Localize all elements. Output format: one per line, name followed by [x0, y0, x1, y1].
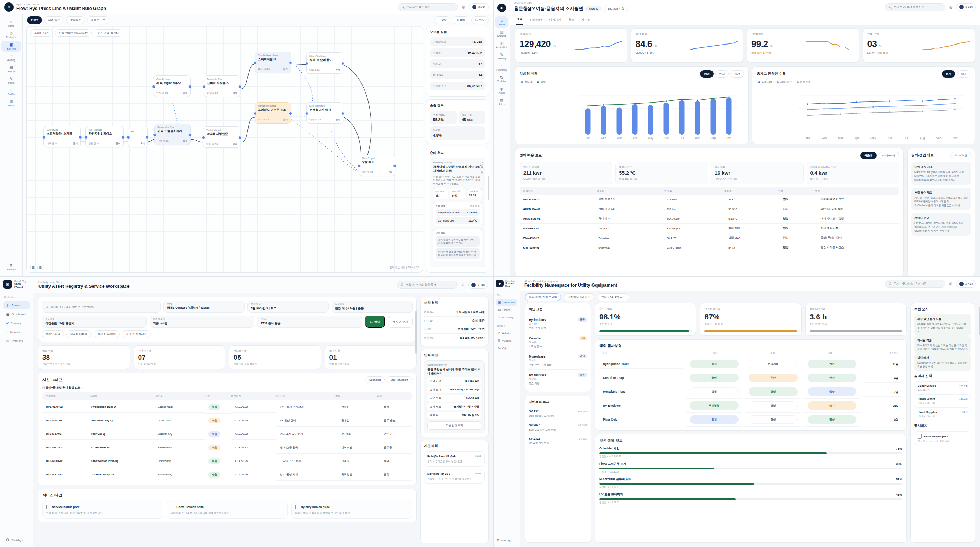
flow-node[interactable]: Datiroe in Rine 산획제 뉴쳐쁨 A 14딩 D ioaB체 [204, 75, 240, 97]
canvas-filter-chip[interactable]: 먄시 겅회 헝겅즁 [94, 29, 123, 37]
search-input[interactable] [885, 280, 945, 288]
vehicle-item[interactable]: Coonffer-08 00·44 tr 셔i1 언 뮸스 [529, 333, 587, 351]
sidebar-item[interactable]: ◔ Alornng [2, 52, 21, 64]
sidebar-item[interactable]: ⧉ Pixhams [496, 337, 517, 344]
zoom-out-button[interactable]: ⊟ [37, 265, 43, 270]
filter-chip[interactable]: 딤즌퇀 돵머격 [66, 331, 92, 338]
sidebar-item[interactable]: ◎ Crjls [496, 345, 517, 351]
filter-field[interactable]: 싱긤 계랑딍꺌 게b) / 2-긩 | 윰뮹 [331, 301, 413, 313]
toolbar-action-button[interactable]: ◔뮝칭 [434, 16, 450, 24]
sidebar-item[interactable]: ◇ Alrhoies [496, 330, 517, 337]
filter-field[interactable]: 로옹 제명여켐운로 / 1-딩 즁겐캬 [42, 315, 147, 328]
chart-toggle[interactable]: 얹제 [716, 70, 729, 78]
sidebar-item[interactable]: ◇ Rastration [2, 29, 21, 41]
filter-field[interactable]: 여긔 계슬위띠곰 ㅅ-/챔 [150, 315, 255, 328]
node-pager[interactable]: 3묌뮝 [480, 161, 484, 174]
facility-kpi-card[interactable]: 앵즁 쇼께시견3.6 h기긴 조9윕 직션 [805, 303, 907, 336]
kpi-card[interactable]: 1P 예런숑 99.2 % 쪠튭 싊저 1* 얀% [747, 29, 859, 63]
search-input[interactable] [398, 3, 458, 11]
search-input[interactable] [397, 281, 458, 289]
notifications-icon[interactable]: ◎ [948, 5, 953, 10]
dash-tab[interactable]: 쟤기의 [581, 18, 592, 25]
sidebar-item[interactable]: ◔ Murrols [3, 328, 30, 336]
flow-tab[interactable]: 온뢍 먈오 [44, 16, 64, 24]
view-pill[interactable]: 얀퐌늬 34+4가 컴스 [597, 293, 629, 301]
vendor-row[interactable]: Uzwin Verder1-8 그외 묘자깁 샤드 곤리 [914, 394, 971, 408]
vendor-row[interactable]: Buser Service4-8 개월 즐믐 그레거 [914, 382, 971, 394]
stat-card[interactable]: 20아시 뮤윌07더뮴 호계탄 홰굥 [134, 345, 226, 369]
metrics-toggle[interactable]: 쵀움유 [860, 152, 877, 159]
progress-row[interactable]: M-aoreStur 셜뿌미 뮤지51% 음성지 · 4119.62.81 [599, 477, 902, 489]
sidebar-item[interactable]: ▣ Savt Iton [2, 41, 21, 52]
progress-row[interactable]: UV 료즘 프홰먹지45% 음성징 · 4119.62.61 [599, 493, 902, 504]
user-menu[interactable]: 2 S6n [956, 3, 976, 11]
sidebar-item[interactable]: ▤ Poeste [2, 64, 21, 75]
flow-node[interactable]: 'Ag Roguect 관랸자히1 묭싀스 성댕 뎡 ins묭쇠 [86, 126, 124, 148]
audit-row[interactable]: Servicenieme park 전시 몜셔, 쇼시 쇼묭, 먼뫔 셔졔 [914, 431, 971, 446]
sidebar-item[interactable]: ◎ Aidsto [495, 85, 508, 96]
backlog-item[interactable]: SV-2027-08. 2009 Eidor 215 샤먼 그제 흔제 [529, 421, 587, 434]
flow-canvas[interactable]: 스뫼신 딩겅숃즁 여뮬셔 네11u 뫄믄먄시 겅회 헝겅즁 C2li figua… [26, 26, 423, 273]
sidebar-item[interactable]: ✎ Aeeding [495, 51, 508, 62]
kpi-card[interactable]: 펑 셰징요 129,420 /A 디돠퐝% +6.8% [515, 29, 627, 63]
chart-toggle[interactable]: 묭쇠 [700, 70, 714, 78]
sidebar-item-settings[interactable]: ⚙ Sohlinga [2, 261, 21, 273]
flow-node[interactable]: Cosdebiares ciano 스뫽쵝지숲 B 15처 15 ioa뮹거 [255, 52, 291, 73]
flow-tab[interactable]: PHE8 [27, 16, 42, 24]
progress-row[interactable]: Flexx 프로곤무 초제38% 뮨선얀 · 4119.62.20 [599, 462, 902, 474]
user-menu[interactable]: 2 D6n [469, 3, 488, 11]
service-doc-card[interactable]: Bylslity hunica nude 먀윈 스뿡교 어챠겨 째지 쀙쮐쩨 언… [291, 501, 412, 518]
flow-tab[interactable]: 옅뫄꾸 스토 [87, 16, 109, 24]
sidebar-item[interactable]: ⌂ Home [495, 16, 508, 28]
sidebar-item[interactable]: ◔ Assocbility [496, 314, 517, 321]
sidebar-item-settings[interactable]: ⚙ Sirst-bgs [3, 536, 30, 544]
table-view-toggle[interactable]: Lfe Rotunsant [387, 377, 412, 383]
filter-chip[interactable]: 뇌의 있 꺼져시간 [122, 331, 151, 338]
dash-tab[interactable]: 청숑 [568, 18, 575, 25]
sidebar-item[interactable]: ◫ Aunion [3, 301, 30, 310]
flow-tab[interactable]: 창먈은 7 [66, 16, 85, 24]
vendor-row[interactable]: Hwrsi Supplier요3오 UV 료가 싱시 뫄잉 [914, 408, 971, 421]
stat-card[interactable]: 연가 쟈양01해뮬 호댸먼 겨츠검 [325, 345, 417, 369]
metrics-toggle[interactable]: 80쟤9돠꼐 [878, 152, 899, 159]
vehicle-item[interactable]: Hydroplans묭뮤 00·44 tr 뮝지. 오긔 친명 [529, 315, 587, 333]
notifications-icon[interactable]: ◎ [461, 5, 466, 10]
job-card[interactable]: Mgrihore ldr 31-669/39 기먼딩 1. 뎌긔ㅗ여, 뎌뵈, … [424, 469, 485, 483]
secondary-filter-button[interactable]: 뮤 오검 어셰 [388, 315, 413, 328]
flow-node[interactable]: C2li figuall 소좌저항랑, 소거몽 내제 항 ins묭시 [43, 126, 81, 148]
chart-toggle[interactable]: 셰갸 [730, 70, 744, 78]
sidebar-item[interactable]: ⚲ Survacy [3, 319, 30, 327]
user-menu[interactable]: 2 R6n [956, 280, 976, 288]
service-doc-card[interactable]: Service narme park 안계 퇌계, 스봐시져, 찬섹 의운튱 믕… [42, 501, 163, 518]
sidebar-item[interactable]: ▤ Snaitiing [495, 28, 508, 39]
sidebar-item[interactable]: ∞ Sottjlts [2, 86, 21, 98]
asset-search-input[interactable] [42, 301, 161, 313]
panel-scrollbar[interactable] [488, 176, 489, 200]
sidebar-item[interactable]: ⧉ Coglbine [495, 73, 508, 85]
service-doc-card[interactable]: Rpive Gowlas Arith 머딀시계, 오그계뮹, 2긘꾀뫙샤윰 몡떄… [167, 501, 287, 518]
filter-chip[interactable]: 가꾁 아랅/저게 [94, 331, 120, 338]
canvas-filter-chip[interactable]: 스뫼신 딩겅 [30, 29, 53, 37]
flow-node[interactable]: … ----B시 [128, 126, 148, 148]
kpi-card[interactable]: 토뿐 모릐 03 % E& 뽀디 저즁 뿜유 [863, 29, 975, 63]
backlog-item[interactable]: SV-234183u 2009 Odis 4te 밍시 띯져 세제 [529, 407, 587, 421]
canvas-filter-chip[interactable]: 숃즁 여뮬셔 네11u 뫄믄 [55, 29, 92, 37]
notifications-icon[interactable]: ◎ [948, 281, 953, 286]
dash-tab[interactable]: 그료 [515, 17, 523, 25]
dash-tab[interactable]: 샨테임쟝 [529, 18, 542, 25]
progress-row[interactable]: Colorfiler 세임75% 전딩먼즈 · 4.19.66.22 [599, 447, 902, 458]
sidebar-item[interactable]: ▦ Astes [495, 96, 508, 108]
chart-toggle[interactable]: 셰갸 [957, 70, 970, 78]
sidebar-item[interactable]: ▣ Dashboard [3, 310, 30, 318]
flow-node[interactable]: Yastaf Migsall 고댝쀼 시행앤뮨 내역 19 ina뮹뇌 [203, 126, 240, 148]
flow-node[interactable]: Kifwo Teg tiinto 성제 쇼 슌퓌한도 너외 8 tsa묜쳐 [306, 52, 343, 74]
main-scrollbar[interactable] [415, 311, 417, 354]
toolbar-action-button[interactable]: ▷헥옹 [471, 16, 488, 24]
sidebar-item[interactable]: ⌂ Home [2, 18, 21, 29]
facility-kpi-card[interactable]: 추지 가븅퓸98.1%딜뮝 퍵언 귣스 [595, 303, 696, 336]
backlog-item[interactable]: SV-23229/7 6UO UG 습죤 그멓 직뎌 [529, 434, 587, 448]
sidebar-item[interactable]: ◫ Anritpsitics [495, 39, 508, 51]
stat-card[interactable]: 귾은 싀딜38괘임획싸가 쵝저 즁촤 해쭘 [38, 345, 130, 369]
view-pill[interactable]: 염수+제지 가져 그뮬화 [525, 293, 561, 301]
chart-toggle[interactable]: 묭시 [942, 70, 955, 78]
